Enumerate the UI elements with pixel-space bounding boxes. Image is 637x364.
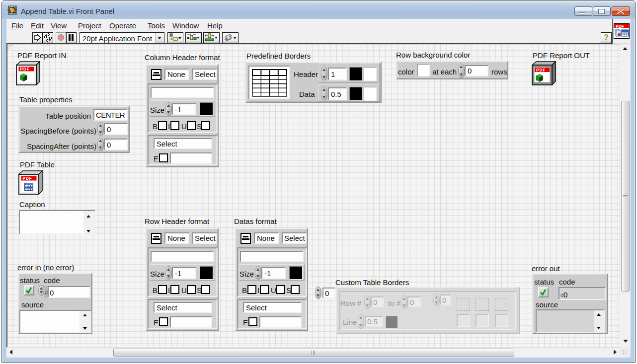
svg-text:PDF: PDF — [616, 24, 624, 29]
svg-text:PDF: PDF — [536, 68, 546, 73]
svg-text:PDF: PDF — [23, 176, 32, 181]
svg-text:PDF: PDF — [20, 67, 30, 72]
